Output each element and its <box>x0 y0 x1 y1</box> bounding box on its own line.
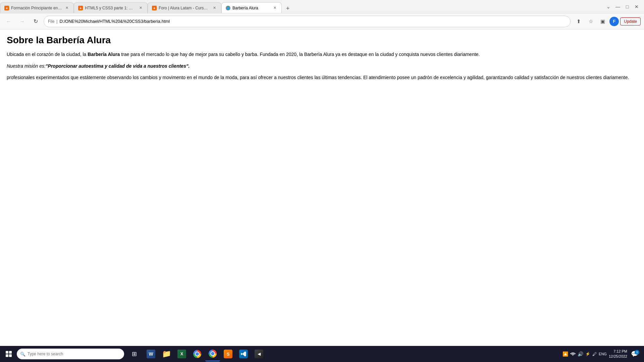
tab-3[interactable]: a Foro | Alura Latam - Cursos onlin... ✕ <box>148 2 221 13</box>
search-icon: 🔍 <box>20 352 25 357</box>
tab-4-label: Barbería Alura <box>232 6 270 10</box>
dropdown-icon[interactable]: ⌄ <box>605 3 612 10</box>
tab-3-close[interactable]: ✕ <box>212 5 217 11</box>
taskbar-apps: W 📁 X S <box>144 347 266 361</box>
tab-1-label: Formación Principiante en Progr... <box>11 6 62 10</box>
taskbar-app-sublime[interactable]: S <box>221 347 235 361</box>
taskbar-search-bar[interactable]: 🔍 <box>17 349 124 359</box>
tab-1-favicon: a <box>4 6 9 10</box>
taskbar-taskview-button[interactable]: ⊞ <box>127 347 142 361</box>
nav-bar: ← → ↻ File | ⬆ ☆ ▣ F Update <box>0 13 644 29</box>
taskbar-clock[interactable]: 7:12 PM 12/25/2022 <box>609 349 627 359</box>
address-bar-container[interactable]: File | <box>44 16 571 27</box>
paragraph-2: profesionales experimentados que estátem… <box>7 74 637 81</box>
address-input[interactable] <box>59 19 566 24</box>
word-icon: W <box>147 350 155 358</box>
wifi-icon[interactable] <box>570 351 576 357</box>
mission-bold: "Proporcionar autoestima y calidad de vi… <box>46 63 190 69</box>
taskbar-search-input[interactable] <box>28 352 121 356</box>
share-icon[interactable]: ⬆ <box>573 16 584 27</box>
page-content: Sobre la Barbería Alura Ubicada en el co… <box>0 29 644 362</box>
taskbar-app-chrome1[interactable] <box>190 347 205 361</box>
taskbar: 🔍 ⊞ W 📁 X <box>0 346 644 362</box>
chevron-up-icon[interactable]: 🔼 <box>562 351 568 357</box>
windows-logo <box>6 351 12 357</box>
clock-date: 12/25/2022 <box>609 354 627 359</box>
tab-3-favicon: a <box>152 6 157 10</box>
para1-prefix: Ubicada en el corazón de la ciudad, la <box>7 52 88 57</box>
tab-1-close[interactable]: ✕ <box>64 5 69 11</box>
sublime-icon: S <box>224 350 232 358</box>
tab-2-close[interactable]: ✕ <box>138 5 143 11</box>
start-button[interactable] <box>1 347 16 361</box>
taskbar-system-tray: 🔼 🔊 ⚡ 🖊 ENG 7:12 PM 12/25/2022 💬 3 <box>562 349 643 359</box>
taskbar-app-chrome2[interactable] <box>205 347 220 361</box>
tab-4-favicon: 🌐 <box>226 6 230 10</box>
chrome-icon-1 <box>193 350 201 358</box>
tab-1[interactable]: a Formación Principiante en Progr... ✕ <box>0 2 74 13</box>
back-button[interactable]: ← <box>3 16 14 27</box>
reload-button[interactable]: ↻ <box>30 16 41 27</box>
battery-icon[interactable]: ⚡ <box>585 352 590 356</box>
mission-label: Nuestra misión es: <box>7 63 46 69</box>
tab-2-favicon: a <box>78 6 83 10</box>
taskbar-app-word[interactable]: W <box>144 347 158 361</box>
tab-4-close[interactable]: ✕ <box>272 5 277 11</box>
taskbar-app-files[interactable]: 📁 <box>159 347 174 361</box>
file-protocol-label: File <box>48 19 54 24</box>
taskbar-app-vscode[interactable] <box>236 347 251 361</box>
address-separator: | <box>56 19 57 24</box>
taskbar-app-other[interactable]: ◀ <box>252 347 266 361</box>
tab-2[interactable]: a HTML5 y CSS3 parte 1: Mi primer... ✕ <box>74 2 148 13</box>
para1-bold: Barbería Alura <box>88 52 120 57</box>
tabs-area: a Formación Principiante en Progr... ✕ a… <box>0 0 601 13</box>
split-view-icon[interactable]: ▣ <box>597 16 608 27</box>
tab-4[interactable]: 🌐 Barbería Alura ✕ <box>221 2 282 13</box>
new-tab-button[interactable]: + <box>283 4 292 13</box>
page-title: Sobre la Barbería Alura <box>7 35 637 46</box>
tab-2-label: HTML5 y CSS3 parte 1: Mi primer... <box>85 6 136 10</box>
pen-icon[interactable]: 🖊 <box>592 352 597 357</box>
browser-window: a Formación Principiante en Progr... ✕ a… <box>0 0 644 362</box>
maximize-button[interactable]: □ <box>624 3 631 10</box>
tab-3-label: Foro | Alura Latam - Cursos onlin... <box>159 6 210 10</box>
volume-icon[interactable]: 🔊 <box>578 351 583 357</box>
bookmark-icon[interactable]: ☆ <box>585 16 596 27</box>
close-button[interactable]: ✕ <box>633 3 640 10</box>
vscode-icon <box>239 350 248 358</box>
notification-badge: 3 <box>635 350 639 355</box>
notification-center-button[interactable]: 💬 3 <box>629 349 640 359</box>
mission-paragraph: Nuestra misión es:"Proporcionar autoesti… <box>7 63 637 69</box>
forward-button[interactable]: → <box>17 16 28 27</box>
title-bar: a Formación Principiante en Progr... ✕ a… <box>0 0 644 13</box>
excel-icon: X <box>177 350 186 358</box>
nav-right-controls: ⬆ ☆ ▣ F Update <box>573 16 641 27</box>
other-app-icon: ◀ <box>255 350 263 358</box>
paragraph-1: Ubicada en el corazón de la ciudad, la B… <box>7 51 637 58</box>
window-controls: ⌄ — □ ✕ <box>601 3 644 10</box>
folder-icon: 📁 <box>162 350 171 358</box>
minimize-button[interactable]: — <box>614 3 621 10</box>
language-label[interactable]: ENG <box>599 352 607 356</box>
update-button[interactable]: Update <box>620 17 641 25</box>
para1-suffix: trae para el mercado lo que hay de mejor… <box>120 52 480 57</box>
sys-tray-icons: 🔼 🔊 ⚡ 🖊 ENG <box>562 351 607 357</box>
profile-button[interactable]: F <box>609 17 619 26</box>
taskbar-app-excel[interactable]: X <box>174 347 189 361</box>
clock-time: 7:12 PM <box>609 349 627 354</box>
chrome-icon-2 <box>209 350 217 358</box>
